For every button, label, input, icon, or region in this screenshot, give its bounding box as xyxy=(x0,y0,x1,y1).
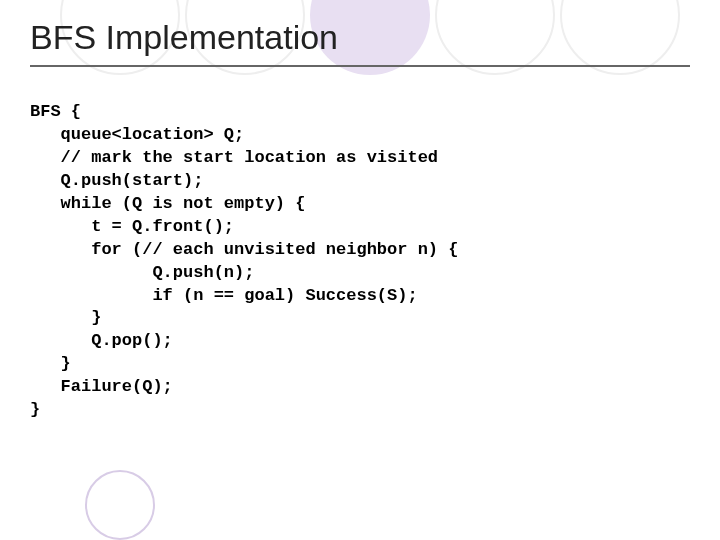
code-line: // mark the start location as visited xyxy=(30,148,438,167)
code-line: Q.push(n); xyxy=(30,263,254,282)
code-line: } xyxy=(30,354,71,373)
code-line: if (n == goal) Success(S); xyxy=(30,286,418,305)
code-line: for (// each unvisited neighbor n) { xyxy=(30,240,458,259)
code-line: Q.pop(); xyxy=(30,331,173,350)
code-line: BFS { xyxy=(30,102,81,121)
bg-circle xyxy=(85,470,155,540)
code-line: queue<location> Q; xyxy=(30,125,244,144)
code-line: } xyxy=(30,400,40,419)
code-line: } xyxy=(30,308,101,327)
code-line: t = Q.front(); xyxy=(30,217,234,236)
code-line: Q.push(start); xyxy=(30,171,203,190)
slide-title: BFS Implementation xyxy=(30,18,690,57)
title-divider xyxy=(30,65,690,67)
code-block: BFS { queue<location> Q; // mark the sta… xyxy=(30,101,690,422)
code-line: Failure(Q); xyxy=(30,377,173,396)
code-line: while (Q is not empty) { xyxy=(30,194,305,213)
